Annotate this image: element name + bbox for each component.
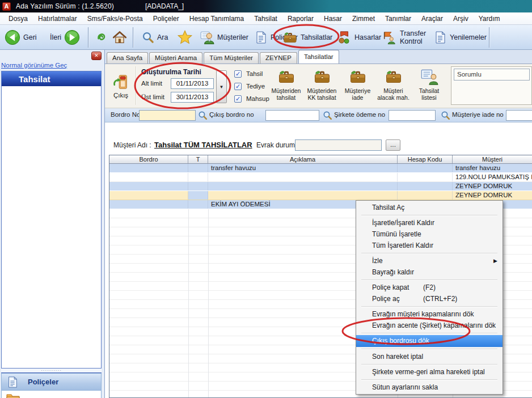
transfer-control-button[interactable]: Transfer Kontrol [382,25,429,50]
table-header-row: Bordro T Açıklama Hesap Kodu Müşteri [109,155,532,164]
back-button[interactable]: Geri [5,25,37,50]
transfer-icon [382,30,397,45]
cell-musteri: transfer havuzu [453,164,532,172]
shortcut-label: (F2) [423,282,436,293]
tab-ana-sayfa[interactable]: Ana Sayfa [107,52,148,63]
browse-button[interactable]: ... [386,139,400,151]
checkbox-tediye[interactable]: ✓ Tediye [234,80,269,92]
tab-musteri-arama[interactable]: Müşteri Arama [149,52,202,63]
menu-hesap-tanimlama[interactable]: Hesap Tanımlama [184,13,250,24]
filter-row: Müşteri Adı : Tahsilat TÜM TAHSİLATLAR E… [105,138,532,153]
ctx-izle[interactable]: İzle ▶ [356,255,503,266]
favorites-button[interactable] [177,25,193,50]
main-area: Ana Sayfa Müşteri Arama Tüm Müşteriler Z… [105,50,532,398]
checkmark-icon: ✓ [234,70,242,78]
lower-limit-date-field[interactable]: 01/11/2013 [171,78,214,89]
ctx-evragin-musteri-kapamalari[interactable]: Evrağın müşteri kapamalarını dök [356,308,503,320]
column-header-musteri[interactable]: Müşteri [453,155,532,163]
ctx-cikis-bordrosu-dok[interactable]: Çıkış bordrosu dök [356,335,503,347]
menu-dosya[interactable]: Dosya [3,13,33,24]
chevron-down-icon: ▼ [219,84,224,90]
musteriden-tahsilat-button[interactable]: Müşteriden tahsilat [268,65,304,107]
customers-button[interactable]: Müşteriler [200,25,248,50]
table-row[interactable]: transfer havuzu transfer havuzu [109,164,532,173]
menu-policeler[interactable]: Poliçeler [148,13,184,24]
exit-door-icon [112,74,129,91]
claims-button[interactable]: Hasarlar [337,25,381,50]
date-dropdown-button[interactable]: ▼ [216,70,227,103]
ctx-police-ac[interactable]: Poliçe aç (CTRL+F2) [356,293,503,304]
musteriden-kk-tahsilat-button[interactable]: Müşteriden KK tahsilat [304,65,340,107]
search-icon[interactable] [441,111,450,120]
window-title: Ada Yazılım Sürüm : (1.2.5620) [16,2,114,10]
menu-separator [361,215,497,215]
menu-separator [361,280,497,280]
table-row[interactable]: ZEYNEP DOMRUK [109,182,532,191]
ctx-bayragi-kaldir[interactable]: Bayrağı kaldır [356,266,503,278]
tab-tum-musteriler[interactable]: Tüm Müşteriler [204,52,259,63]
menu-yardim[interactable]: Yardım [474,13,505,24]
briefcase-icon [313,68,331,86]
collections-button[interactable]: Tahsilatlar [282,25,332,50]
bordro-no-input[interactable] [139,110,196,121]
database-name: [ADADATA_] [145,2,184,10]
menu-arsiv[interactable]: Arşiv [448,13,474,24]
sirkete-odeme-no-input[interactable] [389,110,436,121]
column-header-hesap-kodu[interactable]: Hesap Kodu [398,155,453,163]
forward-arrow-icon [64,29,80,45]
search-row: Bordro No Çıkış bordro no Şirkete ödeme … [105,108,532,122]
ctx-tahsilat-ac[interactable]: Tahsilat Aç [356,202,503,213]
tahsilat-panel-header[interactable]: Tahsilat [2,71,101,86]
sidebar-bottom-strip [1,391,102,398]
renewals-button[interactable]: Yenilemeler [433,25,487,50]
menu-raporlar[interactable]: Raporlar [282,13,319,24]
tab-tahsilatlar[interactable]: Tahsilatlar [298,50,339,63]
menu-araclar[interactable]: Araçlar [416,13,448,24]
checkbox-mahsup[interactable]: ✓ Mahsup [234,92,269,105]
forward-button[interactable]: İleri [50,25,80,50]
lower-limit-label: Alt limit [141,80,162,87]
ctx-police-kapat[interactable]: Poliçe kapat (F2) [356,282,503,293]
ctx-evragin-acente-kapamalari[interactable]: Evrağın acente (Şirket) kapamalarını dök [356,320,503,331]
tahsilatlar-page: Çıkış Oluşturulma Tarihi Alt limit 01/11… [105,63,532,398]
upper-limit-date-field[interactable]: 30/11/2013 [171,92,214,103]
home-button[interactable] [112,25,127,50]
musteriye-iade-no-input[interactable] [506,110,532,121]
musteriye-iade-button[interactable]: Müşteriye iade [340,65,375,107]
search-icon[interactable] [323,111,332,120]
column-header-aciklama[interactable]: Açıklama [208,155,398,163]
column-header-t[interactable]: T [188,155,208,163]
attach-button[interactable] [95,25,108,50]
ctx-tumunu-isaretle[interactable]: Tümünü İşaretle [356,228,503,240]
column-header-bordro[interactable]: Bordro [109,155,188,163]
normal-view-link[interactable]: Normal görünüme Geç [1,62,67,69]
ctx-son-hareket-iptal[interactable]: Son hareket iptal [356,351,503,362]
ctx-sirkete-verme-iptal[interactable]: Şirkete verme-geri alma hareketi iptal [356,366,503,378]
document-status-input[interactable] [295,139,382,151]
tahsilat-listesi-button[interactable]: Tahsilat listesi [411,65,447,107]
checkbox-tahsil[interactable]: ✓ Tahsil [234,67,269,80]
sidebar-splitter[interactable]: ·········· [1,369,102,373]
menu-separator [361,333,497,333]
sidebar-close-button[interactable]: ✕ [91,52,102,60]
menu-tahsilat[interactable]: Tahsilat [249,13,282,24]
search-icon[interactable] [198,111,208,120]
tab-zeynep[interactable]: ZEYNEP [260,52,297,63]
menu-hasar[interactable]: Hasar [319,13,347,24]
menu-hatirlatmalar[interactable]: Hatırlatmalar [33,13,82,24]
sidebar-item-policeler[interactable]: Poliçeler [1,373,102,391]
exit-button[interactable]: Çıkış [108,66,133,106]
musteri-alacak-mah-button[interactable]: Müşteri alacak mah. [375,65,411,107]
table-row-selected[interactable]: ZEYNEP DOMRUK [109,191,532,200]
ctx-isaretle[interactable]: İşaretle/İşareti Kaldır [356,217,503,228]
search-button[interactable]: Ara [142,25,168,50]
menu-tanimlar[interactable]: Tanımlar [380,13,416,24]
menu-sms-faks-eposta[interactable]: Sms/Faks/e-Posta [82,13,148,24]
menu-zimmet[interactable]: Zimmet [347,13,380,24]
table-row[interactable]: 129.NOLU PAMUKSATIŞ KOO [109,173,532,182]
briefcase-icon [349,68,367,86]
cikis-bordro-no-input[interactable] [265,110,319,121]
sorumlu-combobox[interactable]: Sorumlu [454,69,530,81]
ctx-sutun-ayarlarini-sakla[interactable]: Sütun ayarlarını sakla [356,382,503,393]
ctx-tum-isaretleri-kaldir[interactable]: Tüm İşaretleri Kaldır [356,240,503,251]
